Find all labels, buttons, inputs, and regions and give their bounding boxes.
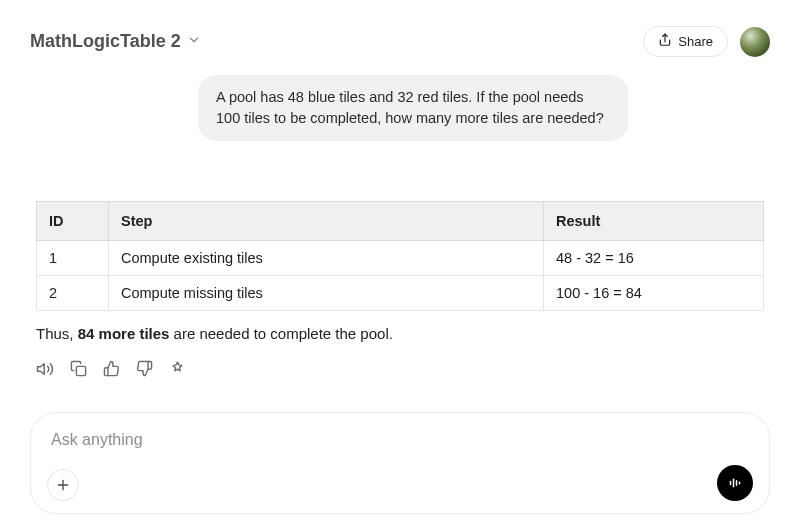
regenerate-icon[interactable]: [169, 360, 186, 378]
svg-rect-8: [739, 482, 741, 485]
add-button[interactable]: [47, 469, 79, 501]
conclusion-text: Thus, 84 more tiles are needed to comple…: [36, 325, 764, 342]
message-actions: [36, 360, 764, 378]
chat-title-dropdown[interactable]: MathLogicTable 2: [30, 31, 201, 52]
steps-table: ID Step Result 1 Compute existing tiles …: [36, 201, 764, 311]
thumbs-up-icon[interactable]: [103, 360, 120, 378]
speaker-icon[interactable]: [36, 360, 54, 378]
chat-title: MathLogicTable 2: [30, 31, 181, 52]
col-step: Step: [109, 202, 544, 241]
composer-input[interactable]: [51, 431, 749, 449]
share-icon: [658, 33, 672, 50]
user-message: A pool has 48 blue tiles and 32 red tile…: [198, 75, 628, 141]
col-result: Result: [544, 202, 764, 241]
share-label: Share: [678, 34, 713, 49]
svg-rect-5: [730, 481, 732, 486]
svg-rect-7: [736, 480, 738, 486]
svg-rect-2: [76, 366, 85, 375]
chevron-down-icon: [187, 33, 201, 51]
composer: [30, 412, 770, 514]
voice-button[interactable]: [717, 465, 753, 501]
share-button[interactable]: Share: [643, 26, 728, 57]
svg-rect-6: [733, 479, 735, 488]
avatar[interactable]: [740, 27, 770, 57]
table-row: 2 Compute missing tiles 100 - 16 = 84: [37, 276, 764, 311]
copy-icon[interactable]: [70, 360, 87, 378]
table-row: 1 Compute existing tiles 48 - 32 = 16: [37, 241, 764, 276]
svg-marker-1: [38, 364, 45, 375]
col-id: ID: [37, 202, 109, 241]
thumbs-down-icon[interactable]: [136, 360, 153, 378]
